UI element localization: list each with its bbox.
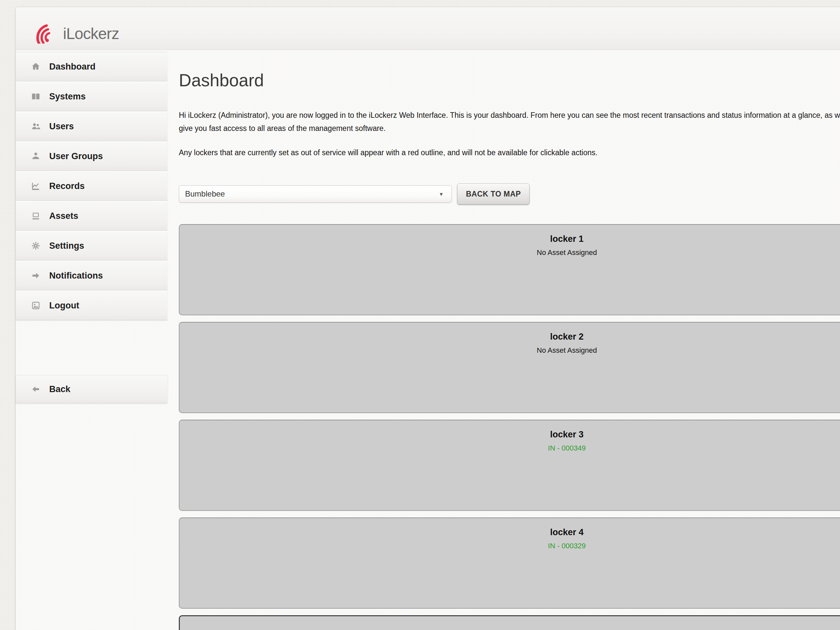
locker-panel[interactable]: locker 3 IN - 000349 — [179, 420, 840, 511]
locker-status: No Asset Assigned — [180, 346, 840, 355]
sidebar-menu: Dashboard Systems Users User Groups Reco… — [16, 52, 167, 320]
chevron-down-icon: ▼ — [439, 191, 444, 197]
sidebar-item-logout[interactable]: Logout — [16, 291, 167, 320]
back-to-map-button[interactable]: BACK TO MAP — [457, 183, 530, 204]
sidebar-item-dashboard[interactable]: Dashboard — [16, 52, 167, 81]
sidebar-item-systems[interactable]: Systems — [16, 82, 167, 111]
sidebar-item-user-groups[interactable]: User Groups — [16, 142, 167, 171]
sidebar-item-label: Logout — [49, 300, 79, 311]
intro-line-2: give you fast access to all areas of the… — [179, 122, 840, 135]
sidebar-item-label: Assets — [49, 211, 79, 221]
out-of-service-notice: Any lockers that are currently set as ou… — [179, 146, 840, 159]
logo-swoosh-icon — [30, 13, 62, 44]
sidebar-item-label: Users — [49, 122, 74, 131]
sidebar-item-label: Dashboard — [49, 62, 95, 72]
controls-row: Bumblebee ▼ BACK TO MAP — [179, 183, 840, 204]
locker-panel[interactable]: locker 4 IN - 000329 — [179, 518, 840, 609]
sidebar-item-label: Systems — [49, 92, 86, 102]
sidebar-item-notifications[interactable]: Notifications — [16, 261, 167, 290]
locker-panel[interactable]: locker 1 No Asset Assigned — [179, 224, 840, 315]
system-select-value: Bumblebee — [185, 189, 225, 199]
intro-line-1: Hi iLockerz (Administrator), you are now… — [179, 109, 840, 122]
home-icon — [30, 61, 41, 72]
intro-paragraph: Hi iLockerz (Administrator), you are now… — [179, 109, 840, 135]
settings-icon — [30, 240, 41, 251]
assets-icon — [30, 210, 41, 221]
page-title: Dashboard — [179, 70, 840, 90]
logout-icon — [30, 300, 41, 311]
locker-title: locker 3 — [180, 429, 840, 440]
ilockerz-logo[interactable]: iLockerz — [30, 13, 119, 44]
locker-list: locker 1 No Asset Assigned locker 2 No A… — [179, 224, 840, 630]
locker-panel[interactable] — [179, 615, 840, 630]
users-icon — [30, 121, 41, 132]
user-groups-icon — [30, 151, 41, 162]
sidebar-item-label: User Groups — [49, 151, 103, 161]
sidebar-item-label: Back — [49, 384, 71, 395]
locker-status: No Asset Assigned — [180, 248, 840, 257]
locker-title: locker 2 — [180, 332, 840, 342]
sidebar: Dashboard Systems Users User Groups Reco… — [16, 50, 167, 403]
locker-panel[interactable]: locker 2 No Asset Assigned — [179, 322, 840, 413]
sidebar-item-records[interactable]: Records — [16, 172, 167, 201]
sidebar-item-settings[interactable]: Settings — [16, 231, 167, 260]
locker-status: IN - 000329 — [180, 542, 840, 550]
notifications-icon — [30, 270, 41, 281]
systems-icon — [30, 91, 41, 102]
locker-title: locker 1 — [180, 234, 840, 244]
locker-title: locker 4 — [180, 527, 840, 537]
locker-status: IN - 000349 — [180, 444, 840, 453]
system-select[interactable]: Bumblebee ▼ — [179, 185, 452, 203]
sidebar-item-label: Records — [49, 181, 85, 191]
arrow-left-icon — [30, 384, 41, 395]
sidebar-item-users[interactable]: Users — [16, 112, 167, 141]
sidebar-item-assets[interactable]: Assets — [16, 202, 167, 231]
main-content: Dashboard Hi iLockerz (Administrator), y… — [167, 50, 840, 630]
sidebar-item-label: Settings — [49, 241, 84, 251]
sidebar-item-label: Notifications — [49, 271, 103, 281]
sidebar-back-block: Back — [16, 375, 167, 403]
app-header: iLockerz — [16, 7, 840, 50]
sidebar-item-back[interactable]: Back — [16, 375, 167, 403]
logo-text: iLockerz — [63, 26, 119, 44]
app-window: iLockerz Dashboard Systems Users User Gr… — [16, 7, 840, 630]
records-icon — [30, 180, 41, 192]
